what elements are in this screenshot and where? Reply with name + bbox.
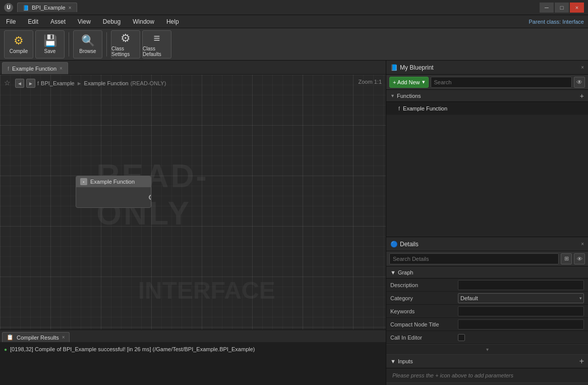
readonly-badge: (READ-ONLY) xyxy=(131,80,166,86)
details-toolbar: ⊞ 👁 xyxy=(386,251,588,266)
class-settings-icon: ⚙ xyxy=(121,32,131,45)
menu-file[interactable]: File xyxy=(4,17,18,26)
left-panel: f Example Function × ☆ ◄ ► f BPI_Example… xyxy=(0,61,386,385)
details-eye-button[interactable]: 👁 xyxy=(574,253,585,264)
details-title: Details xyxy=(400,241,579,248)
menu-asset[interactable]: Asset xyxy=(48,17,68,26)
success-icon: ● xyxy=(4,347,7,352)
functions-section-header[interactable]: ▼ Functions + xyxy=(386,90,588,102)
inputs-add-button[interactable]: + xyxy=(579,357,584,366)
compiler-tab[interactable]: 📋 Compiler Results × xyxy=(2,332,70,342)
tab-icon: 📘 xyxy=(23,5,29,11)
add-new-label: + Add New xyxy=(393,79,420,85)
menu-edit[interactable]: Edit xyxy=(26,17,40,26)
favorite-button[interactable]: ☆ xyxy=(4,79,13,88)
menu-window[interactable]: Window xyxy=(131,17,156,26)
add-new-arrow: ▾ xyxy=(422,79,425,85)
breadcrumb-function-icon: f xyxy=(37,80,39,86)
functions-section-label: Functions xyxy=(397,93,421,99)
example-function-tab[interactable]: f Example Function × xyxy=(2,62,68,74)
breadcrumb-sep: ► xyxy=(77,80,82,86)
keywords-row: Keywords xyxy=(386,305,588,318)
compiler-tab-close[interactable]: × xyxy=(62,335,65,340)
browse-label: Browse xyxy=(79,48,96,54)
compiler-panel: 📋 Compiler Results × ● [0198,32] Compile… xyxy=(0,329,386,385)
my-blueprint-eye-button[interactable]: 👁 xyxy=(574,77,585,88)
my-blueprint-title: My Blueprint xyxy=(400,64,579,71)
editor-tab-label: Example Function xyxy=(12,66,56,72)
my-blueprint-toolbar: + Add New ▾ 👁 xyxy=(386,75,588,90)
function-item-icon: f xyxy=(398,105,400,112)
graph-area[interactable]: ☆ ◄ ► f BPI_Example ► Example Function (… xyxy=(0,75,386,329)
compiler-tab-label: Compiler Results xyxy=(17,335,59,341)
compact-node-title-input[interactable] xyxy=(458,319,584,329)
tab-label: BPI_Example xyxy=(32,5,66,11)
class-settings-button[interactable]: ⚙ Class Settings xyxy=(111,30,140,59)
blueprint-node[interactable]: ▪ Example Function xyxy=(76,176,151,208)
add-new-button[interactable]: + Add New ▾ xyxy=(389,77,429,88)
graph-section-arrow: ▼ xyxy=(390,269,396,276)
inputs-empty-message: Please press the + icon above to add par… xyxy=(386,368,588,382)
save-label: Save xyxy=(44,48,56,54)
inputs-label: Inputs xyxy=(398,358,413,364)
details-panel-icon: 🔵 xyxy=(390,241,398,248)
call-in-editor-label: Call In Editor xyxy=(390,335,456,341)
compile-button[interactable]: ⚙ Compile xyxy=(4,30,33,59)
minimize-button[interactable]: ─ xyxy=(540,3,554,13)
blueprint-panel-icon: 📘 xyxy=(390,64,398,71)
node-title: Example Function xyxy=(90,179,135,185)
my-blueprint-close[interactable]: × xyxy=(581,65,584,70)
breadcrumb-path1: BPI_Example xyxy=(41,80,75,86)
category-label: Category xyxy=(390,295,456,301)
category-select[interactable]: Default xyxy=(458,293,584,303)
forward-button[interactable]: ► xyxy=(26,79,35,88)
browse-button[interactable]: 🔍 Browse xyxy=(73,30,102,59)
toolbar: ⚙ Compile 💾 Save 🔍 Browse ⚙ Class Settin… xyxy=(0,28,588,61)
save-button[interactable]: 💾 Save xyxy=(35,30,65,59)
inputs-arrow: ▼ xyxy=(390,358,396,364)
back-button[interactable]: ◄ xyxy=(15,79,24,88)
class-settings-label: Class Settings xyxy=(111,46,140,57)
my-blueprint-panel: 📘 My Blueprint × + Add New ▾ 👁 ▼ Functio… xyxy=(386,61,588,237)
app-tab[interactable]: 📘 BPI_Example × xyxy=(17,3,77,12)
details-search-input[interactable] xyxy=(393,256,555,262)
details-search-box[interactable] xyxy=(389,253,559,264)
inputs-section-header[interactable]: ▼ Inputs + xyxy=(386,354,588,368)
keywords-label: Keywords xyxy=(390,308,456,314)
menu-help[interactable]: Help xyxy=(164,17,181,26)
category-row: Category Default ▾ xyxy=(386,292,588,305)
parent-class-label: Parent class: xyxy=(529,19,561,25)
call-in-editor-checkbox[interactable] xyxy=(458,334,465,341)
node-output-pin[interactable] xyxy=(149,195,151,200)
search-input[interactable] xyxy=(434,79,568,85)
functions-add-button[interactable]: + xyxy=(580,92,584,100)
editor-tab-strip: f Example Function × xyxy=(0,61,386,75)
zoom-info: Zoom 1:1 xyxy=(359,79,382,85)
maximize-button[interactable]: □ xyxy=(555,3,569,13)
tab-close-button[interactable]: × xyxy=(69,5,72,11)
save-icon: 💾 xyxy=(43,34,57,47)
description-label: Description xyxy=(390,282,456,288)
description-input[interactable] xyxy=(458,280,584,290)
close-button[interactable]: × xyxy=(570,3,584,13)
compact-node-title-label: Compact Node Title xyxy=(390,321,456,327)
function-icon: f xyxy=(8,66,9,72)
call-in-editor-row: Call In Editor xyxy=(386,331,588,344)
compact-node-title-row: Compact Node Title xyxy=(386,318,588,331)
parent-class-value: Interface xyxy=(562,19,584,25)
menu-debug[interactable]: Debug xyxy=(101,17,123,26)
my-blueprint-header: 📘 My Blueprint × xyxy=(386,61,588,75)
interface-watermark: INTERFACE xyxy=(138,277,275,304)
grid-view-button[interactable]: ⊞ xyxy=(561,253,572,264)
class-defaults-button[interactable]: ≡ Class Defaults xyxy=(142,30,171,59)
my-blueprint-search[interactable] xyxy=(431,77,572,88)
function-item-example[interactable]: f Example Function xyxy=(386,102,588,115)
ue-logo: U xyxy=(4,3,13,12)
details-panel: 🔵 Details × ⊞ 👁 ▼ Graph Descript xyxy=(386,237,588,385)
outputs-section-header[interactable]: ▼ Outputs + xyxy=(386,382,588,385)
graph-section-header[interactable]: ▼ Graph xyxy=(386,266,588,279)
menu-view[interactable]: View xyxy=(76,17,93,26)
editor-tab-close[interactable]: × xyxy=(60,66,63,71)
keywords-input[interactable] xyxy=(458,306,584,316)
details-close[interactable]: × xyxy=(581,241,584,247)
